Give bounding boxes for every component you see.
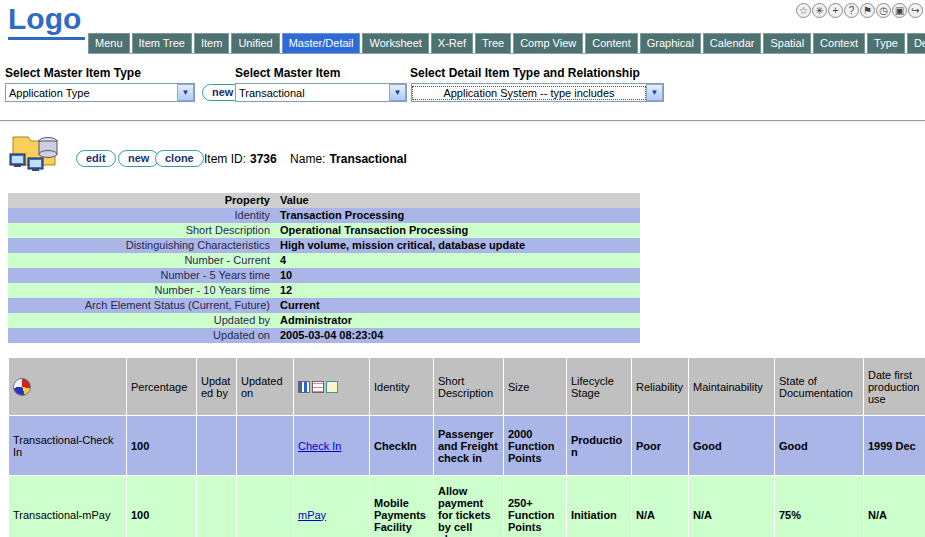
add-icon[interactable]: + xyxy=(828,3,843,18)
item-id-label: Item ID: xyxy=(204,152,246,166)
clone-button[interactable]: clone xyxy=(155,150,204,167)
property-row: Number - 10 Years time 12 xyxy=(8,283,640,298)
master-item-type-select[interactable]: Application Type ▼ xyxy=(5,83,195,102)
tab-type[interactable]: Type xyxy=(867,33,905,53)
item-heading: Item ID:3736 Name:Transactional xyxy=(204,152,417,166)
detail-updated-on xyxy=(237,476,294,537)
detail-col-updated-on: Updated on xyxy=(237,358,294,416)
tab-comp-view[interactable]: Comp View xyxy=(513,33,583,53)
detail-col-identity: Identity xyxy=(370,358,434,416)
help-icon[interactable]: ? xyxy=(844,3,859,18)
property-value: Administrator xyxy=(276,313,640,328)
tab-master-detail[interactable]: Master/Detail xyxy=(282,33,361,53)
detail-table: Percentage Updated by Updated on Identit… xyxy=(8,357,925,537)
property-row: Number - 5 Years time 10 xyxy=(8,268,640,283)
detail-maintainability: Good xyxy=(689,416,775,476)
detail-reliability: Poor xyxy=(632,416,689,476)
detail-link-cell: mPay xyxy=(294,476,370,537)
chart-icon[interactable] xyxy=(298,381,310,393)
detail-date-first: 1999 Dec xyxy=(864,416,925,476)
flag-icon[interactable]: ⚑ xyxy=(860,3,875,18)
property-row: Arch Element Status (Current, Future) Cu… xyxy=(8,298,640,313)
tab-content[interactable]: Content xyxy=(585,33,638,53)
edit-button[interactable]: edit xyxy=(76,150,116,167)
property-value: 10 xyxy=(276,268,640,283)
compass-icon[interactable]: ✳ xyxy=(812,3,827,18)
item-link-mpay[interactable]: mPay xyxy=(298,509,326,521)
property-label: Number - 10 Years time xyxy=(8,283,276,298)
property-header: Property xyxy=(8,193,276,208)
detail-row: Transactional-mPay 100 mPay Mobile Payme… xyxy=(9,476,925,537)
detail-col-percentage: Percentage xyxy=(127,358,197,416)
detail-col-state-doc: State of Documentation xyxy=(775,358,864,416)
chevron-down-icon[interactable]: ▼ xyxy=(389,84,406,101)
master-item-select[interactable]: Transactional ▼ xyxy=(235,83,407,102)
detail-reliability: N/A xyxy=(632,476,689,537)
property-label: Short Description xyxy=(8,223,276,238)
new-button[interactable]: new xyxy=(118,150,159,167)
property-label: Arch Element Status (Current, Future) xyxy=(8,298,276,313)
property-label: Updated by xyxy=(8,313,276,328)
item-type-icon xyxy=(8,128,64,178)
property-label: Number - Current xyxy=(8,253,276,268)
detail-row-name: Transactional-Check In xyxy=(9,416,127,476)
tab-graphical[interactable]: Graphical xyxy=(640,33,701,53)
property-row: Short Description Operational Transactio… xyxy=(8,223,640,238)
copy-icon[interactable]: ▣ xyxy=(892,3,907,18)
report-icon[interactable] xyxy=(326,381,338,393)
detail-short-desc: Passenger and Freight check in xyxy=(434,416,504,476)
detail-table-wrap: Percentage Updated by Updated on Identit… xyxy=(8,357,925,537)
property-value: High volume, mission critical, database … xyxy=(276,238,640,253)
detail-col-short-desc: Short Description xyxy=(434,358,504,416)
property-label: Number - 5 Years time xyxy=(8,268,276,283)
detail-updated-on xyxy=(237,416,294,476)
property-value: 2005-03-04 08:23:04 xyxy=(276,328,640,343)
detail-link-cell: Check In xyxy=(294,416,370,476)
property-row: Identity Transaction Processing xyxy=(8,208,640,223)
property-row: Updated on 2005-03-04 08:23:04 xyxy=(8,328,640,343)
pie-chart-icon xyxy=(13,378,31,396)
item-link-check-in[interactable]: Check In xyxy=(298,440,341,452)
tab-context[interactable]: Context xyxy=(813,33,865,53)
detail-size: 2000 Function Points xyxy=(504,416,567,476)
alarm-icon[interactable]: ◷ xyxy=(876,3,891,18)
property-value: Operational Transaction Processing xyxy=(276,223,640,238)
detail-lifecycle: Initiation xyxy=(567,476,632,537)
master-item-label: Select Master Item xyxy=(235,66,340,80)
property-label: Updated on xyxy=(8,328,276,343)
property-label: Distinguishing Characteristics xyxy=(8,238,276,253)
detail-col-size: Size xyxy=(504,358,567,416)
grid-icon[interactable] xyxy=(312,381,324,393)
property-row: Number - Current 4 xyxy=(8,253,640,268)
tab-calendar[interactable]: Calendar xyxy=(703,33,762,53)
item-name-label: Name: xyxy=(290,152,325,166)
page: { "logo": { "text": "Logo" }, "colors": … xyxy=(0,0,925,537)
detail-updated-by xyxy=(197,416,237,476)
favorites-icon[interactable]: ☆ xyxy=(796,3,811,18)
item-id-value: 3736 xyxy=(250,152,277,166)
tab-spatial[interactable]: Spatial xyxy=(763,33,811,53)
detail-type-value: Application System -- type includes xyxy=(413,87,645,99)
tab-menu[interactable]: Menu xyxy=(88,33,130,53)
tab-worksheet[interactable]: Worksheet xyxy=(362,33,428,53)
detail-col-date-first: Date first production use xyxy=(864,358,925,416)
app-logo: Logo xyxy=(8,2,85,40)
detail-type-select[interactable]: Application System -- type includes ▼ xyxy=(411,83,664,102)
detail-col-updated-by: Updated by xyxy=(197,358,237,416)
item-name-value: Transactional xyxy=(329,152,406,166)
tab-item[interactable]: Item xyxy=(194,33,229,53)
tab-delta[interactable]: Delta xyxy=(907,33,925,53)
tab-tree[interactable]: Tree xyxy=(475,33,511,53)
tab-x-ref[interactable]: X-Ref xyxy=(431,33,473,53)
chevron-down-icon[interactable]: ▼ xyxy=(646,84,663,101)
exit-icon[interactable]: ↪ xyxy=(908,3,923,18)
detail-percentage: 100 xyxy=(127,476,197,537)
tab-unified[interactable]: Unified xyxy=(231,33,279,53)
chevron-down-icon[interactable]: ▼ xyxy=(177,84,194,101)
value-header: Value xyxy=(276,193,640,208)
property-table-header: Property Value xyxy=(8,193,640,208)
master-item-value: Transactional xyxy=(236,87,389,99)
tab-item-tree[interactable]: Item Tree xyxy=(132,33,192,53)
detail-identity: Mobile Payments Facility xyxy=(370,476,434,537)
detail-lifecycle: Production xyxy=(567,416,632,476)
